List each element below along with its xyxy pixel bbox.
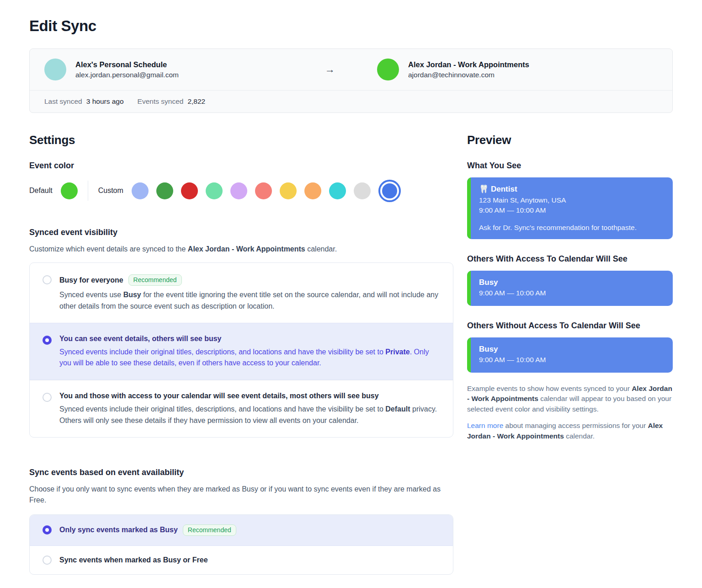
- radio-you-see-details[interactable]: [43, 336, 52, 345]
- target-calendar-avatar: [377, 59, 399, 80]
- option-title: Sync events when marked as Busy or Free: [59, 556, 208, 564]
- event-color-stripe: [467, 271, 471, 306]
- radio-default-privacy[interactable]: [43, 393, 52, 402]
- custom-color-swatch-10[interactable]: [380, 182, 399, 200]
- visibility-options-card: Busy for everyone Recommended Synced eve…: [29, 262, 453, 438]
- option-description: Synced events use Busy for the event tit…: [59, 289, 440, 312]
- default-color-swatch[interactable]: [61, 182, 78, 199]
- custom-color-swatch-6[interactable]: [280, 182, 297, 199]
- preview-event-card-full: 🦷 Dentist 123 Main St, Anytown, USA 9:00…: [467, 177, 673, 239]
- sync-summary-card: Alex's Personal Schedule alex.jordan.per…: [29, 48, 673, 113]
- custom-color-swatch-0[interactable]: [132, 182, 149, 199]
- target-calendar-email: ajordan@techinnovate.com: [408, 71, 529, 79]
- color-divider: [88, 181, 88, 201]
- sync-stats-row: Last synced 3 hours ago Events synced 2,…: [30, 91, 672, 112]
- learn-more-link[interactable]: Learn more: [467, 422, 503, 429]
- without-access-heading: Others Without Access To Calendar Will S…: [467, 321, 673, 331]
- target-calendar-name: Alex Jordan - Work Appointments: [408, 60, 529, 69]
- availability-option-busy-or-free[interactable]: Sync events when marked as Busy or Free: [30, 546, 453, 574]
- page-title: Edit Sync: [29, 17, 673, 35]
- custom-swatches: [132, 182, 401, 200]
- event-color-stripe: [467, 177, 471, 239]
- source-calendar: Alex's Personal Schedule alex.jordan.per…: [44, 59, 325, 80]
- source-calendar-name: Alex's Personal Schedule: [75, 60, 179, 69]
- visibility-description: Customize which event details are synced…: [29, 244, 453, 255]
- event-title: Busy: [479, 344, 664, 355]
- custom-color-swatch-2[interactable]: [181, 182, 198, 199]
- availability-options-card: Only sync events marked as Busy Recommen…: [29, 514, 453, 575]
- event-color-heading: Event color: [29, 161, 453, 171]
- events-synced-label: Events synced: [138, 97, 184, 106]
- availability-option-busy-only[interactable]: Only sync events marked as Busy Recommen…: [30, 515, 453, 546]
- visibility-option-you-see-details[interactable]: You can see event details, others will s…: [30, 323, 453, 380]
- sync-pair-row: Alex's Personal Schedule alex.jordan.per…: [30, 49, 672, 91]
- option-description: Synced events include their original tit…: [59, 404, 440, 427]
- last-synced-value: 3 hours ago: [86, 97, 124, 106]
- preview-event-card-busy-without-access: Busy 9:00 AM — 10:00 AM: [467, 337, 673, 373]
- event-time: 9:00 AM — 10:00 AM: [479, 288, 664, 298]
- event-color-row: Default Custom: [29, 179, 453, 202]
- custom-color-swatch-3[interactable]: [206, 182, 223, 199]
- custom-color-label: Custom: [98, 187, 123, 195]
- custom-color-swatch-9[interactable]: [354, 182, 371, 199]
- custom-color-swatch-8[interactable]: [329, 182, 346, 199]
- radio-busy-or-free[interactable]: [43, 556, 52, 565]
- source-calendar-email: alex.jordan.personal@gmail.com: [75, 71, 179, 79]
- custom-color-swatch-4[interactable]: [230, 182, 247, 199]
- option-title: Busy for everyone: [59, 276, 123, 284]
- availability-section: Sync events based on event availability …: [29, 468, 453, 575]
- preview-footnote: Example events to show how events synced…: [467, 384, 673, 414]
- preview-heading: Preview: [467, 133, 673, 147]
- preview-column: Preview What You See 🦷 Dentist 123 Main …: [467, 133, 673, 575]
- event-time: 9:00 AM — 10:00 AM: [479, 355, 664, 365]
- events-synced-value: 2,822: [187, 97, 205, 106]
- preview-event-card-busy-with-access: Busy 9:00 AM — 10:00 AM: [467, 271, 673, 306]
- option-title: Only sync events marked as Busy: [59, 526, 178, 534]
- source-calendar-avatar: [44, 59, 66, 80]
- radio-busy-only[interactable]: [43, 525, 52, 535]
- availability-heading: Sync events based on event availability: [29, 468, 453, 477]
- custom-color-swatch-1[interactable]: [156, 182, 173, 199]
- with-access-heading: Others With Access To Calendar Will See: [467, 254, 673, 264]
- event-location: 123 Main St, Anytown, USA: [479, 195, 664, 205]
- event-title: 🦷 Dentist: [479, 184, 664, 195]
- visibility-section: Synced event visibility Customize which …: [29, 228, 453, 438]
- option-title: You and those with access to your calend…: [59, 392, 379, 400]
- event-time: 9:00 AM — 10:00 AM: [479, 205, 664, 215]
- target-calendar: Alex Jordan - Work Appointments ajordan@…: [335, 59, 658, 80]
- availability-description: Choose if you only want to sync events w…: [29, 484, 453, 506]
- visibility-heading: Synced event visibility: [29, 228, 453, 237]
- custom-color-swatch-5[interactable]: [255, 182, 272, 199]
- custom-color-swatch-7[interactable]: [304, 182, 321, 199]
- visibility-option-busy-for-everyone[interactable]: Busy for everyone Recommended Synced eve…: [30, 263, 453, 323]
- default-color-label: Default: [29, 187, 53, 195]
- recommended-badge: Recommended: [183, 524, 236, 536]
- sync-direction-arrow-icon: →: [325, 64, 335, 75]
- recommended-badge: Recommended: [128, 274, 182, 286]
- learn-more-footnote: Learn more about managing access permiss…: [467, 421, 673, 441]
- option-description: Synced events include their original tit…: [59, 347, 440, 369]
- visibility-option-default-privacy[interactable]: You and those with access to your calend…: [30, 380, 453, 437]
- event-title: Busy: [479, 277, 664, 289]
- event-color-stripe: [467, 337, 471, 373]
- what-you-see-heading: What You See: [467, 161, 673, 171]
- last-synced-label: Last synced: [44, 97, 82, 106]
- settings-column: Settings Event color Default Custom Sync…: [29, 133, 453, 575]
- radio-busy-for-everyone[interactable]: [43, 275, 52, 284]
- option-title: You can see event details, others will s…: [59, 335, 222, 343]
- settings-heading: Settings: [29, 133, 453, 147]
- event-note: Ask for Dr. Sync's recommendation for to…: [479, 224, 664, 232]
